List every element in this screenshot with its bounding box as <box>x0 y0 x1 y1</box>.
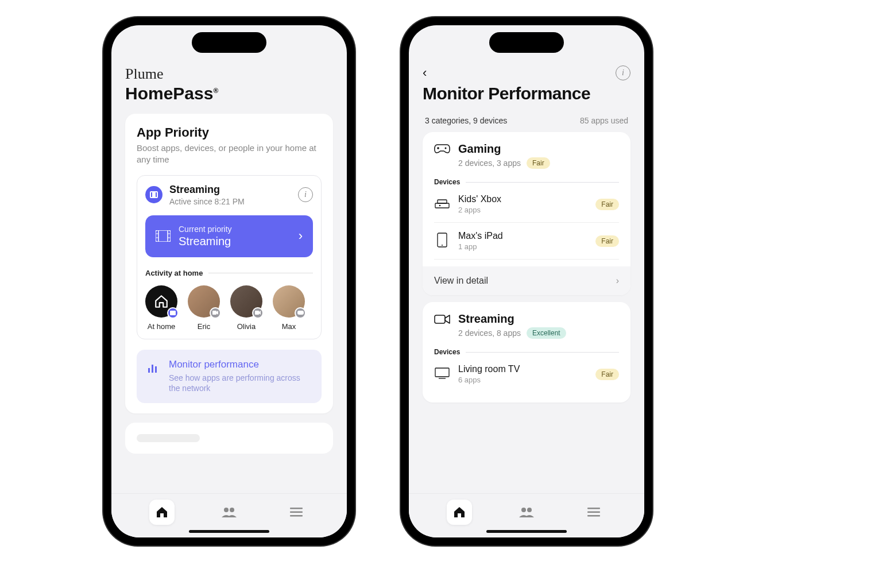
current-priority-button[interactable]: Current priority Streaming › <box>145 215 313 257</box>
svg-rect-13 <box>297 311 304 315</box>
svg-rect-35 <box>587 515 600 517</box>
info-icon[interactable]: i <box>616 65 630 80</box>
gaming-card: Gaming 2 devices, 3 apps Fair Devices Ki… <box>423 132 630 295</box>
svg-point-22 <box>445 148 447 149</box>
phone-frame-left: Plume HomePass® App Priority Boost apps,… <box>103 17 355 546</box>
card-title: App Priority <box>137 125 322 140</box>
avatar <box>188 285 220 318</box>
gamepad-icon <box>434 144 450 154</box>
person-at-home[interactable]: At home <box>145 285 177 331</box>
back-button[interactable]: ‹ <box>423 65 427 80</box>
home-icon <box>154 294 169 309</box>
tab-people[interactable] <box>216 500 242 525</box>
tab-menu[interactable] <box>581 500 606 525</box>
home-indicator <box>486 530 567 533</box>
svg-point-27 <box>442 245 443 246</box>
svg-rect-20 <box>290 512 303 513</box>
svg-rect-2 <box>156 192 157 197</box>
tab-home[interactable] <box>447 500 472 525</box>
streaming-card: Streaming 2 devices, 8 apps Excellent De… <box>423 302 630 403</box>
svg-point-17 <box>224 508 229 512</box>
svg-rect-19 <box>290 508 303 509</box>
svg-rect-33 <box>587 508 600 509</box>
svg-point-31 <box>521 508 526 512</box>
person-name: Max <box>282 322 296 331</box>
person-name: Eric <box>198 322 210 331</box>
device-row-xbox[interactable]: Kids' Xbox 2 apps Fair <box>434 186 619 223</box>
monitor-sub: See how apps are performing across the n… <box>169 373 311 394</box>
brand-product: HomePass® <box>125 84 333 103</box>
devices-label: Devices <box>434 178 619 186</box>
monitor-performance-link[interactable]: Monitor performance See how apps are per… <box>137 350 322 404</box>
skeleton-line <box>137 434 200 442</box>
info-icon[interactable]: i <box>298 187 313 202</box>
device-sub: 1 app <box>458 242 503 251</box>
category-sub: 2 devices, 8 apps <box>458 328 521 338</box>
people-icon <box>222 507 237 517</box>
home-icon <box>452 505 466 519</box>
category-title: Gaming <box>458 142 550 156</box>
camera-badge-icon <box>210 307 221 319</box>
chevron-right-icon: › <box>616 276 619 286</box>
svg-rect-15 <box>152 365 153 373</box>
view-in-detail-button[interactable]: View in detail › <box>423 266 630 295</box>
categories-devices-count: 3 categories, 9 devices <box>425 116 507 125</box>
notch <box>192 32 266 53</box>
tablet-icon <box>434 233 450 250</box>
activity-label: Activity at home <box>145 269 313 277</box>
page-title: Monitor Performance <box>423 84 630 103</box>
avatar <box>230 285 262 318</box>
person-eric[interactable]: Eric <box>188 285 220 331</box>
svg-rect-1 <box>151 192 152 197</box>
video-icon <box>434 314 450 325</box>
svg-rect-16 <box>155 366 157 373</box>
person-name: Olivia <box>237 322 256 331</box>
registered-mark: ® <box>213 87 218 95</box>
svg-rect-12 <box>255 311 259 315</box>
screen-left: Plume HomePass® App Priority Boost apps,… <box>111 25 347 537</box>
svg-rect-24 <box>438 200 447 203</box>
app-priority-card: App Priority Boost apps, devices, or peo… <box>125 114 333 413</box>
svg-rect-34 <box>587 512 600 513</box>
category-sub: 2 devices, 3 apps <box>458 158 521 168</box>
person-max[interactable]: Max <box>273 285 305 331</box>
status-badge: Fair <box>527 157 550 169</box>
device-name: Living room TV <box>458 364 520 374</box>
person-olivia[interactable]: Olivia <box>230 285 262 331</box>
device-sub: 2 apps <box>458 206 501 214</box>
svg-rect-11 <box>212 311 216 315</box>
brand-product-text: HomePass <box>125 84 213 103</box>
person-name: At home <box>148 322 175 331</box>
devices-label: Devices <box>434 348 619 356</box>
monitor-title: Monitor performance <box>169 359 311 370</box>
status-badge: Fair <box>595 369 619 380</box>
streaming-subcard: Streaming Active since 8:21 PM i Current… <box>137 175 322 339</box>
tab-home[interactable] <box>149 500 175 525</box>
streaming-title: Streaming <box>169 184 245 196</box>
notch <box>489 32 564 53</box>
svg-rect-28 <box>435 315 445 323</box>
device-row-ipad[interactable]: Max's iPad 1 app Fair <box>434 223 619 260</box>
svg-rect-3 <box>156 230 171 242</box>
status-badge: Excellent <box>527 327 566 339</box>
svg-rect-10 <box>170 311 176 315</box>
status-badge: Fair <box>595 235 619 247</box>
menu-icon <box>290 508 303 517</box>
home-avatar <box>145 285 177 318</box>
svg-point-25 <box>439 204 441 206</box>
gamepad-badge-icon <box>295 307 306 319</box>
brand-name: Plume <box>125 65 333 83</box>
tab-menu[interactable] <box>284 500 309 525</box>
svg-rect-14 <box>148 368 150 373</box>
streaming-sub: Active since 8:21 PM <box>169 197 245 206</box>
home-icon <box>155 505 169 519</box>
category-title: Streaming <box>458 312 566 326</box>
console-icon <box>434 198 450 211</box>
device-row-tv[interactable]: Living room TV 6 apps Fair <box>434 356 619 392</box>
streaming-badge-icon <box>167 307 179 319</box>
view-detail-label: View in detail <box>434 276 488 286</box>
tab-people[interactable] <box>514 500 539 525</box>
screen-right: ‹ i Monitor Performance 3 categories, 9 … <box>409 25 644 537</box>
priority-value: Streaming <box>179 235 232 248</box>
card-subtitle: Boost apps, devices, or people in your h… <box>137 142 322 166</box>
